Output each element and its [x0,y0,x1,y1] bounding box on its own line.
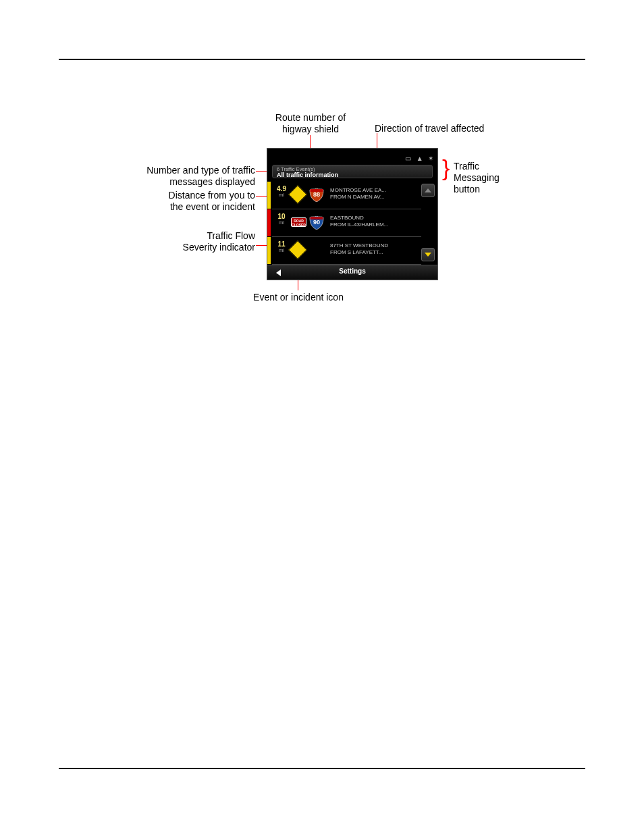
highway-shield-icon: 90 [309,216,324,228]
callout-distance: Distance from you to the event or incide… [149,190,255,213]
status-bar: ▭ ▲ ✶ [403,151,433,163]
top-rule [59,59,585,60]
traffic-row[interactable]: 11mi87TH ST WESTBOUNDFROM S LAFAYETT... [272,237,421,265]
traffic-row[interactable]: 10miROADCLOSED90EASTBOUNDFROM IL-43/HARL… [272,209,421,237]
severity-indicator [267,182,271,209]
callout-num-type: Number and type of traffic messages disp… [128,165,255,188]
footer-bar: Settings [267,265,437,280]
road-closed-icon: ROADCLOSED [291,215,304,229]
callout-severity: Traffic Flow Severity indicator [162,230,255,253]
warning-icon: ▲ [417,155,423,162]
incident-icon [291,243,304,257]
satellite-icon: ✶ [428,155,433,162]
distance-label: 11mi [274,240,289,253]
severity-indicator [267,209,271,236]
severity-indicator [267,237,271,264]
incident-icon [291,188,304,201]
chevron-down-icon [425,253,431,257]
distance-label: 4.9mi [274,185,289,198]
gps-traffic-screen: ▭ ▲ ✶ 6 Traffic Event(s) All traffic inf… [267,148,438,280]
bottom-rule [59,768,585,769]
chevron-up-icon [425,188,431,192]
event-description: 87TH ST WESTBOUNDFROM S LAFAYETT... [330,242,420,256]
traffic-list: 4.9mi88MONTROSE AVE EA...FROM N DAMEN AV… [267,182,437,265]
callout-event-icon: Event or incident icon [242,292,355,303]
traffic-row[interactable]: 4.9mi88MONTROSE AVE EA...FROM N DAMEN AV… [272,182,421,209]
scroll-down-button[interactable] [421,248,435,261]
distance-label: 10mi [274,213,289,226]
header-title: All traffic information [277,172,428,178]
event-description: EASTBOUNDFROM IL-43/HARLEM... [330,215,420,228]
callout-traffic-button: Traffic Messaging button [454,161,500,195]
traffic-messaging-button[interactable]: 6 Traffic Event(s) All traffic informati… [272,165,433,178]
callout-route-shield: Route number of higway shield [257,112,365,135]
callout-direction: Direction of travel affected [375,123,484,134]
battery-icon: ▭ [405,155,411,162]
highway-shield-icon: 88 [309,188,324,201]
event-description: MONTROSE AVE EA...FROM N DAMEN AV... [330,187,420,201]
settings-button[interactable]: Settings [267,267,437,275]
scroll-up-button[interactable] [421,184,435,197]
brace-icon: } [442,163,450,173]
